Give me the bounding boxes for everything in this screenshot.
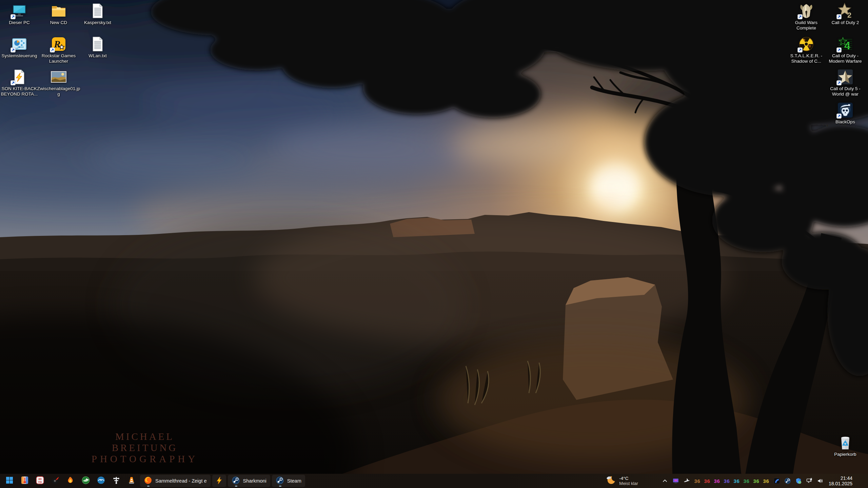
clock-date: 18.01.2025 — [829, 481, 852, 487]
shortcut-arrow-icon — [50, 47, 55, 53]
taskbar-window-sharkmoni[interactable]: Sharkmoni — [228, 475, 270, 487]
svg-text:YD: YD — [38, 481, 42, 484]
control-panel-icon — [11, 36, 27, 52]
notification-bell-icon[interactable] — [855, 475, 865, 487]
temp-readout-2[interactable]: 36 — [702, 478, 712, 484]
cod5-star-icon — [837, 69, 853, 85]
taskbar-vlc-button[interactable] — [125, 475, 138, 487]
hidden-icons-chevron[interactable] — [660, 475, 670, 487]
desktop-icon-cod5[interactable]: Call of Duty 5 - World @ war — [826, 69, 865, 97]
running-indicator-dot — [147, 486, 150, 487]
desktop-icon-cod2[interactable]: 2Call of Duty 2 — [826, 3, 865, 25]
temp-readout-5[interactable]: 36 — [732, 478, 742, 484]
desktop-icon-systemsteuerung-label: Systemsteuerung — [1, 53, 37, 59]
rockstar-icon: R — [51, 36, 67, 52]
desktop-icon-new-cd[interactable]: New CD — [39, 3, 78, 25]
folder-icon — [51, 3, 67, 19]
weather-condition: Meist klar — [619, 481, 638, 486]
temp-readout-6[interactable]: 36 — [742, 478, 751, 484]
network-icon[interactable] — [804, 475, 814, 487]
taskbar-3d-youtube-downloader-button[interactable]: 3DYD — [33, 475, 47, 487]
taskbar-green-globe-button[interactable] — [79, 475, 93, 487]
desktop-icon-son-kite-label: SON KITE-BACK BEYOND ROTA... — [1, 86, 38, 97]
recycle-bin-icon — [837, 434, 853, 451]
text-file-icon — [90, 36, 106, 52]
3dyd-icon: 3DYD — [36, 476, 44, 486]
desktop-icon-cod-mw-label: Call of Duty - Modern Warfare — [829, 53, 862, 64]
desktop-icon-kaspersky-txt-label: Kaspersky.txt — [84, 20, 111, 25]
temp-readout-8[interactable]: 36 — [761, 478, 771, 484]
desktop-icon-rockstar-launcher[interactable]: RRockstar Games Launcher — [39, 36, 78, 64]
temp-readout-3[interactable]: 36 — [712, 478, 722, 484]
desktop-icon-systemsteuerung[interactable]: Systemsteuerung — [0, 36, 39, 59]
taskbar-white-tool-button[interactable] — [110, 475, 123, 487]
weather-temperature: -4°C — [619, 476, 638, 481]
clock-time: 21:44 — [829, 475, 852, 481]
shortcut-arrow-icon — [11, 14, 16, 19]
desktop-icon-kaspersky-txt[interactable]: Kaspersky.txt — [78, 3, 117, 25]
steam-icon — [276, 476, 284, 486]
taskbar-window-firefox[interactable]: Sammelthread - Zeigt e — [140, 475, 211, 487]
hardware-temp-readouts: 3636363636363636 — [692, 478, 771, 484]
desktop-icon-guild-wars-label: Guild Wars Complete — [787, 20, 826, 31]
desktop-icon-dieser-pc-label: Dieser PC — [9, 20, 30, 25]
desktop-icon-stalker[interactable]: S.T.A.L.K.E.R. - Shadow of C... — [787, 36, 826, 64]
this-pc-icon — [11, 3, 27, 19]
temp-readout-4[interactable]: 36 — [722, 478, 732, 484]
taskbar-window-steam[interactable]: Steam — [272, 475, 305, 487]
temp-readout-1[interactable]: 36 — [692, 478, 702, 484]
flame-icon — [66, 476, 75, 486]
running-indicator-dot — [235, 486, 237, 487]
firefox-icon — [144, 476, 152, 486]
sennheiser-tray-icon[interactable] — [772, 475, 782, 487]
svg-text:60: 60 — [674, 479, 677, 482]
weather-widget[interactable]: -4°C Meist klar — [603, 474, 642, 487]
taskbar-window-sharkmoni-label: Sharkmoni — [243, 478, 267, 484]
desktop-icon-wlan-txt-label: WLan.txt — [88, 53, 106, 59]
thermometer-icon — [20, 476, 29, 486]
vlc-icon — [127, 476, 136, 486]
blackops-skull-icon — [837, 102, 853, 118]
desktop-icon-son-kite[interactable]: SON KITE-BACK BEYOND ROTA... — [0, 69, 39, 97]
desktop-screen: Michael Breitung Photography Dieser PCNe… — [0, 0, 868, 488]
taskbar-openoffice-button[interactable] — [94, 475, 108, 487]
desktop-icon-blackops-label: BlackOps — [835, 119, 855, 125]
volume-icon[interactable] — [815, 475, 825, 487]
winamp-icon — [215, 476, 223, 486]
text-file-icon — [90, 3, 106, 19]
taskbar-window-steam-label: Steam — [287, 478, 301, 484]
temp-readout-7[interactable]: 36 — [751, 478, 761, 484]
taskbar-hwmonitor-button[interactable] — [18, 475, 32, 487]
winamp-file-icon — [11, 69, 27, 85]
desktop-icon-wlan-txt[interactable]: WLan.txt — [78, 36, 117, 59]
desktop-icon-cod5-label: Call of Duty 5 - World @ war — [830, 86, 860, 97]
shortcut-arrow-icon — [797, 14, 803, 19]
taskbar-window-firefox-label: Sammelthread - Zeigt e — [155, 478, 207, 484]
desktop-icon-blackops[interactable]: BlackOps — [826, 102, 865, 125]
desktop-icon-zwischenablage-label: Zwischenablage01.jp g — [37, 86, 80, 97]
shortcut-arrow-icon — [836, 114, 842, 119]
desktop-icon-guild-wars[interactable]: Guild Wars Complete — [787, 3, 826, 31]
shortcut-arrow-icon — [836, 80, 842, 85]
desktop-icon-dieser-pc[interactable]: Dieser PC — [0, 3, 39, 25]
running-indicator-dot — [279, 486, 281, 487]
desktop-icon-papierkorb[interactable]: Papierkorb — [826, 434, 865, 457]
cod2-star-icon: 2 — [837, 3, 853, 19]
taskbar-music-record-button[interactable] — [48, 475, 62, 487]
steam-tray-icon[interactable] — [783, 475, 793, 487]
image-file-icon — [51, 69, 67, 85]
fps-counter-icon[interactable]: 60 — [671, 475, 681, 487]
desktop-icon-stalker-label: S.T.A.L.K.E.R. - Shadow of C... — [790, 53, 823, 64]
taskbar-window-winamp[interactable] — [212, 475, 226, 487]
desktop-icon-zwischenablage[interactable]: Zwischenablage01.jp g — [39, 69, 78, 97]
start-button[interactable] — [3, 475, 16, 487]
taskbar-clock[interactable]: 21:44 18.01.2025 — [829, 475, 852, 487]
taskbar-burning-app-button[interactable] — [64, 475, 77, 487]
shortcut-arrow-icon — [11, 47, 16, 53]
shortcut-arrow-icon — [797, 47, 803, 53]
shortcut-arrow-icon — [836, 14, 842, 19]
windows-security-icon[interactable] — [793, 475, 804, 487]
desktop-icon-cod-mw[interactable]: 4Call of Duty - Modern Warfare — [826, 36, 865, 64]
plane-tray-icon[interactable] — [682, 475, 692, 487]
radiation-icon — [798, 36, 814, 52]
